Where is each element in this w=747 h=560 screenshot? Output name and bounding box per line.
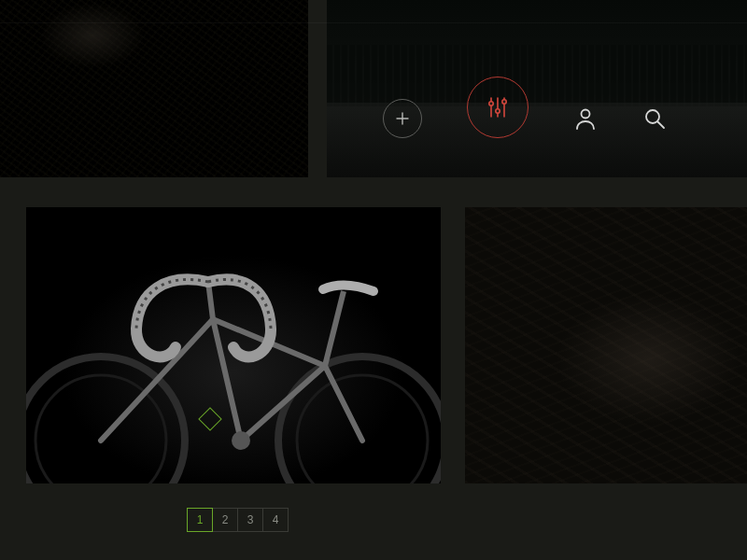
page-label: 2	[222, 513, 229, 526]
settings-button[interactable]	[467, 77, 529, 138]
page-label: 1	[197, 513, 204, 526]
svg-point-6	[297, 375, 428, 483]
svg-point-2	[502, 100, 506, 104]
search-icon	[642, 106, 667, 131]
user-icon	[573, 106, 598, 131]
page-label: 3	[247, 513, 254, 526]
svg-point-3	[582, 110, 590, 119]
add-button[interactable]	[383, 99, 422, 138]
gallery-thumb-leaves[interactable]	[465, 207, 747, 483]
svg-point-0	[489, 102, 493, 105]
header-toolbar	[383, 86, 719, 151]
plus-icon	[395, 111, 410, 126]
page-label: 4	[273, 513, 279, 526]
hairline-rule	[0, 22, 747, 23]
gallery-thumb-bicycle[interactable]	[26, 207, 441, 483]
page-4[interactable]: 4	[262, 508, 289, 532]
leaves-image	[465, 207, 747, 483]
profile-button[interactable]	[573, 106, 598, 131]
svg-point-1	[496, 109, 500, 113]
search-button[interactable]	[642, 106, 667, 131]
svg-point-9	[232, 431, 250, 450]
pagination: 1 2 3 4	[187, 508, 289, 532]
sliders-icon	[485, 94, 511, 120]
page-1[interactable]: 1	[187, 508, 213, 532]
page-2[interactable]: 2	[212, 508, 238, 532]
spruce-image	[0, 0, 308, 177]
page-3[interactable]: 3	[237, 508, 263, 532]
bicycle-image	[26, 207, 441, 483]
gallery-thumb-spruce[interactable]	[0, 0, 308, 177]
